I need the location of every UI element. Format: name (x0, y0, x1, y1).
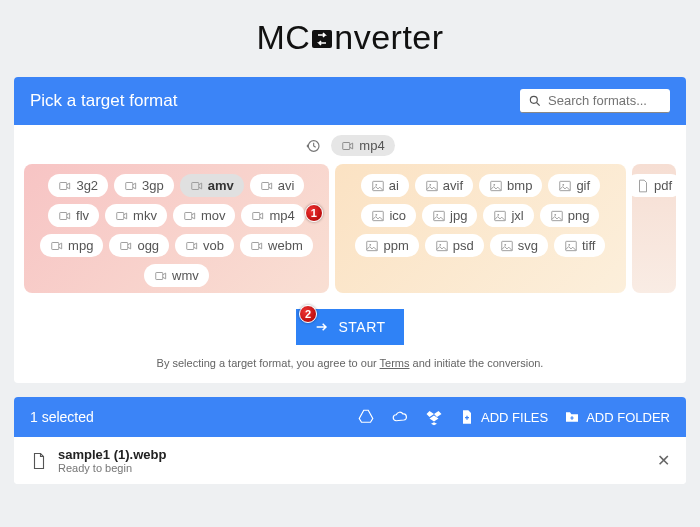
terms-text: By selecting a target format, you agree … (14, 351, 686, 383)
folder-plus-icon (564, 409, 580, 425)
files-toolbar: 1 selected ADD FILES ADD FOLDER (14, 397, 686, 437)
remove-file-button[interactable]: ✕ (657, 451, 670, 470)
svg-point-22 (493, 183, 495, 185)
svg-point-36 (439, 243, 441, 245)
video-icon (341, 139, 355, 153)
svg-point-18 (375, 183, 377, 185)
image-category: aiavifbmpgificojpgjxlpngppmpsdsvgtiff (335, 164, 626, 293)
svg-rect-8 (60, 212, 67, 219)
search-input[interactable] (548, 93, 658, 108)
format-chip-jpg[interactable]: jpg (422, 204, 477, 227)
format-chip-ogg[interactable]: ogg (109, 234, 169, 257)
svg-point-20 (429, 183, 431, 185)
format-chip-mpg[interactable]: mpg (40, 234, 103, 257)
svg-rect-15 (252, 242, 259, 249)
add-files-button[interactable]: ADD FILES (459, 409, 548, 425)
format-chip-flv[interactable]: flv (48, 204, 99, 227)
arrow-right-icon (314, 319, 330, 335)
format-chip-ico[interactable]: ico (361, 204, 416, 227)
svg-rect-12 (52, 242, 59, 249)
history-icon (305, 138, 321, 154)
format-chip-bmp[interactable]: bmp (479, 174, 542, 197)
format-chip-gif[interactable]: gif (548, 174, 600, 197)
svg-rect-4 (60, 182, 67, 189)
document-category: pdf (632, 164, 676, 293)
svg-rect-0 (312, 30, 332, 48)
format-chip-svg[interactable]: svg (490, 234, 548, 257)
format-picker-panel: Pick a target format mp4 3g23gpamvaviflv… (14, 77, 686, 383)
svg-rect-7 (262, 182, 269, 189)
recent-format-chip[interactable]: mp4 (331, 135, 394, 156)
svg-rect-3 (343, 142, 350, 149)
file-status: Ready to begin (58, 462, 166, 474)
format-chip-pdf[interactable]: pdf (626, 174, 682, 197)
svg-point-32 (554, 213, 556, 215)
svg-rect-6 (192, 182, 199, 189)
svg-point-1 (530, 96, 537, 103)
cloud-icon[interactable] (391, 408, 409, 426)
format-chip-tiff[interactable]: tiff (554, 234, 606, 257)
file-row: sample1 (1).webp Ready to begin ✕ (14, 437, 686, 484)
format-chip-ai[interactable]: ai (361, 174, 409, 197)
app-logo: MCnverter (0, 0, 700, 77)
svg-point-28 (436, 213, 438, 215)
format-chip-3gp[interactable]: 3gp (114, 174, 174, 197)
format-chip-amv[interactable]: amv (180, 174, 244, 197)
svg-rect-5 (126, 182, 133, 189)
svg-rect-11 (253, 212, 260, 219)
dropbox-icon[interactable] (425, 408, 443, 426)
format-chip-3g2[interactable]: 3g2 (48, 174, 108, 197)
format-chip-wmv[interactable]: wmv (144, 264, 209, 287)
search-icon (528, 94, 542, 108)
svg-point-26 (376, 213, 378, 215)
selected-count: 1 selected (30, 409, 94, 425)
format-chip-ppm[interactable]: ppm (355, 234, 418, 257)
svg-rect-13 (121, 242, 128, 249)
format-header: Pick a target format (14, 77, 686, 125)
svg-rect-16 (156, 272, 163, 279)
format-chip-psd[interactable]: psd (425, 234, 484, 257)
callout-2: 2 (299, 305, 317, 323)
swap-icon (310, 27, 334, 51)
format-chip-mp4[interactable]: mp4 (241, 204, 304, 227)
add-folder-button[interactable]: ADD FOLDER (564, 409, 670, 425)
svg-rect-10 (185, 212, 192, 219)
svg-rect-9 (117, 212, 124, 219)
recent-row: mp4 (14, 125, 686, 164)
svg-point-38 (504, 243, 506, 245)
gdrive-icon[interactable] (357, 408, 375, 426)
video-category: 3g23gpamvaviflvmkvmovmp4mpgoggvobwebmwmv… (24, 164, 329, 293)
format-chip-mkv[interactable]: mkv (105, 204, 167, 227)
svg-point-34 (370, 243, 372, 245)
format-chip-vob[interactable]: vob (175, 234, 234, 257)
format-chip-avif[interactable]: avif (415, 174, 473, 197)
files-panel: 1 selected ADD FILES ADD FOLDER sample1 … (14, 397, 686, 484)
callout-1: 1 (305, 204, 323, 222)
svg-point-40 (568, 243, 570, 245)
file-name: sample1 (1).webp (58, 447, 166, 462)
format-title: Pick a target format (30, 91, 177, 111)
search-box[interactable] (520, 89, 670, 113)
format-chip-mov[interactable]: mov (173, 204, 236, 227)
svg-point-30 (498, 213, 500, 215)
svg-point-24 (563, 183, 565, 185)
format-chip-jxl[interactable]: jxl (483, 204, 533, 227)
file-plus-icon (459, 409, 475, 425)
svg-rect-14 (187, 242, 194, 249)
format-chip-avi[interactable]: avi (250, 174, 305, 197)
file-icon (30, 452, 48, 470)
format-chip-webm[interactable]: webm (240, 234, 313, 257)
format-chip-png[interactable]: png (540, 204, 600, 227)
terms-link[interactable]: Terms (380, 357, 410, 369)
